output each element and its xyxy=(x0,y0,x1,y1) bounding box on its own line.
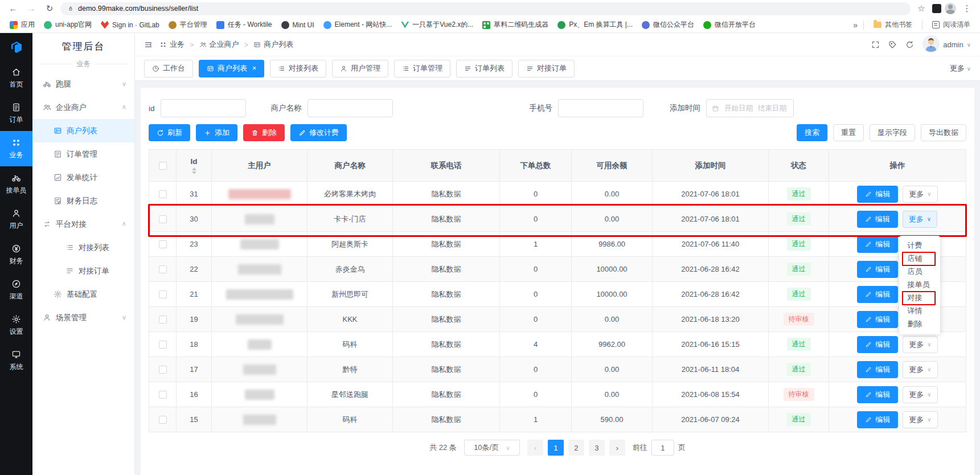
reset-button[interactable]: 重置 xyxy=(833,124,864,141)
row-checkbox[interactable] xyxy=(159,190,167,198)
breadcrumb-item[interactable]: 商户列表 xyxy=(253,39,293,50)
modify-billing-button[interactable]: 修改计费 xyxy=(290,124,347,141)
phone-input[interactable] xyxy=(558,99,643,117)
tab-user-manage[interactable]: 用户管理 xyxy=(332,60,388,77)
edit-button[interactable]: 编辑 xyxy=(857,261,898,278)
id-input[interactable] xyxy=(161,99,246,117)
rail-item-system[interactable]: 系统 xyxy=(0,343,32,378)
dropdown-item-courier[interactable]: 接单员 xyxy=(899,279,940,292)
page-size-select[interactable]: 10条/页 ∨ xyxy=(464,440,520,456)
reading-list[interactable]: 阅读清单 xyxy=(928,18,974,31)
edit-button[interactable]: 编辑 xyxy=(857,411,898,428)
sidebar-item-base-config[interactable]: 基础配置 xyxy=(32,282,134,306)
select-all-checkbox[interactable] xyxy=(159,162,167,170)
row-checkbox[interactable] xyxy=(159,265,167,273)
rail-item-couriers[interactable]: 接单员 xyxy=(0,166,32,202)
search-button[interactable]: 搜索 xyxy=(797,124,827,141)
page-button-3[interactable]: 3 xyxy=(589,440,605,456)
edit-button[interactable]: 编辑 xyxy=(857,361,898,378)
bookmark-item[interactable]: uni-app官网 xyxy=(40,18,96,31)
menu-fold-icon[interactable] xyxy=(144,40,153,49)
refresh-button[interactable]: 刷新 xyxy=(149,124,190,141)
breadcrumb-item[interactable]: 企业商户 xyxy=(199,39,239,50)
user-menu[interactable]: admin ∨ xyxy=(922,35,971,54)
bookmark-item[interactable]: Mint UI xyxy=(277,19,318,31)
rail-item-business[interactable]: 业务 xyxy=(0,131,32,166)
breadcrumb-item[interactable]: 业务 xyxy=(159,39,184,50)
sidebar-item-order-manage[interactable]: 订单管理 xyxy=(32,142,134,166)
row-checkbox[interactable] xyxy=(159,341,167,349)
row-checkbox[interactable] xyxy=(159,240,167,248)
more-button[interactable]: 更多∨ xyxy=(903,211,937,228)
bookmarks-overflow-icon[interactable]: » xyxy=(853,21,858,30)
browser-profile-icon[interactable] xyxy=(945,3,956,14)
sidebar-item-errand[interactable]: 跑腿∨ xyxy=(32,72,134,96)
page-button-1[interactable]: 1 xyxy=(548,440,564,456)
row-checkbox[interactable] xyxy=(159,215,167,223)
more-button[interactable]: 更多∨ xyxy=(903,386,937,403)
refresh-page-icon[interactable] xyxy=(905,40,914,49)
bookmark-item[interactable]: Px、Em 换算工具 |... xyxy=(553,18,637,31)
extension-icon[interactable] xyxy=(932,4,941,13)
edit-button[interactable]: 编辑 xyxy=(857,286,898,303)
rail-item-orders[interactable]: 订单 xyxy=(0,96,32,131)
dropdown-item-clerk[interactable]: 店员 xyxy=(899,265,940,279)
tabs-more-button[interactable]: 更多 ∨ xyxy=(950,63,971,73)
edit-button[interactable]: 编辑 xyxy=(857,311,898,328)
dropdown-item-detail[interactable]: 详情 xyxy=(899,305,940,318)
delete-button[interactable]: 删除 xyxy=(243,124,285,141)
reload-icon[interactable]: ↻ xyxy=(42,2,57,15)
other-bookmarks[interactable]: 其他书签 xyxy=(870,18,916,31)
page-button-2[interactable]: 2 xyxy=(568,440,584,456)
bookmark-item[interactable]: Element - 网站快... xyxy=(319,18,396,31)
more-button[interactable]: 更多∨ xyxy=(903,186,937,203)
merchant-name-input[interactable] xyxy=(307,99,393,117)
more-button[interactable]: 更多∨ xyxy=(903,411,937,428)
apps-shortcut[interactable]: 应用 xyxy=(6,18,39,31)
bookmark-item[interactable]: 微信公众平台 xyxy=(638,18,698,31)
dropdown-item-billing[interactable]: 计费 xyxy=(899,239,940,252)
sidebar-item-scene-manage[interactable]: 场景管理∨ xyxy=(32,306,134,329)
dropdown-item-delete[interactable]: 删除 xyxy=(899,318,940,331)
tab-dock-orders[interactable]: 对接订单 xyxy=(518,60,575,77)
tab-merchant-list[interactable]: 商户列表× xyxy=(199,60,264,77)
row-checkbox[interactable] xyxy=(159,290,167,298)
sidebar-item-platform-dock[interactable]: 平台对接∨ xyxy=(32,212,134,236)
tab-order-manage[interactable]: 订单管理 xyxy=(394,60,450,77)
row-checkbox[interactable] xyxy=(159,391,167,399)
sidebar-item-dock-orders[interactable]: 对接订单 xyxy=(32,259,134,282)
browser-menu-icon[interactable]: ⋮ xyxy=(960,2,974,15)
more-button[interactable]: 更多∨ xyxy=(903,336,937,353)
edit-button[interactable]: 编辑 xyxy=(857,186,898,203)
export-data-button[interactable]: 导出数据 xyxy=(921,124,966,141)
rail-item-users[interactable]: 用户 xyxy=(0,202,32,237)
sidebar-item-finance-log[interactable]: 财务日志 xyxy=(32,189,134,212)
add-button[interactable]: 添加 xyxy=(196,124,237,141)
rail-item-finance[interactable]: 财务 xyxy=(0,237,32,272)
bookmark-item[interactable]: 一只基于Vue2.x的... xyxy=(397,18,477,31)
sidebar-item-dock-list[interactable]: 对接列表 xyxy=(32,236,134,259)
row-checkbox[interactable] xyxy=(159,416,167,424)
tab-workbench[interactable]: 工作台 xyxy=(144,60,193,77)
bookmark-item[interactable]: 任务 - Worktile xyxy=(212,18,276,31)
edit-button[interactable]: 编辑 xyxy=(857,236,898,253)
address-bar[interactable]: demo.99make.com/business/seller/list xyxy=(60,2,911,15)
rail-item-home[interactable]: 首页 xyxy=(0,60,32,96)
dropdown-item-dock[interactable]: 对接 xyxy=(899,292,940,305)
prev-page-button[interactable]: ‹ xyxy=(527,440,543,456)
close-icon[interactable]: × xyxy=(252,64,256,72)
show-fields-button[interactable]: 显示字段 xyxy=(870,124,915,141)
sidebar-item-enterprise-merchant[interactable]: 企业商户∨ xyxy=(32,96,134,119)
goto-page-input[interactable] xyxy=(651,440,674,456)
column-id[interactable]: Id xyxy=(177,150,212,182)
bookmark-item[interactable]: 微信开放平台 xyxy=(699,18,760,31)
row-checkbox[interactable] xyxy=(159,316,167,324)
edit-button[interactable]: 编辑 xyxy=(857,211,898,228)
fullscreen-icon[interactable] xyxy=(871,40,880,49)
tab-order-list[interactable]: 订单列表 xyxy=(456,60,512,77)
sort-icons[interactable] xyxy=(192,167,196,174)
dropdown-item-shop[interactable]: 店铺 xyxy=(899,252,940,265)
more-button[interactable]: 更多∨ xyxy=(903,361,937,378)
tab-dock-list[interactable]: 对接列表 xyxy=(270,60,326,77)
bookmark-item[interactable]: 平台管理 xyxy=(165,18,211,31)
